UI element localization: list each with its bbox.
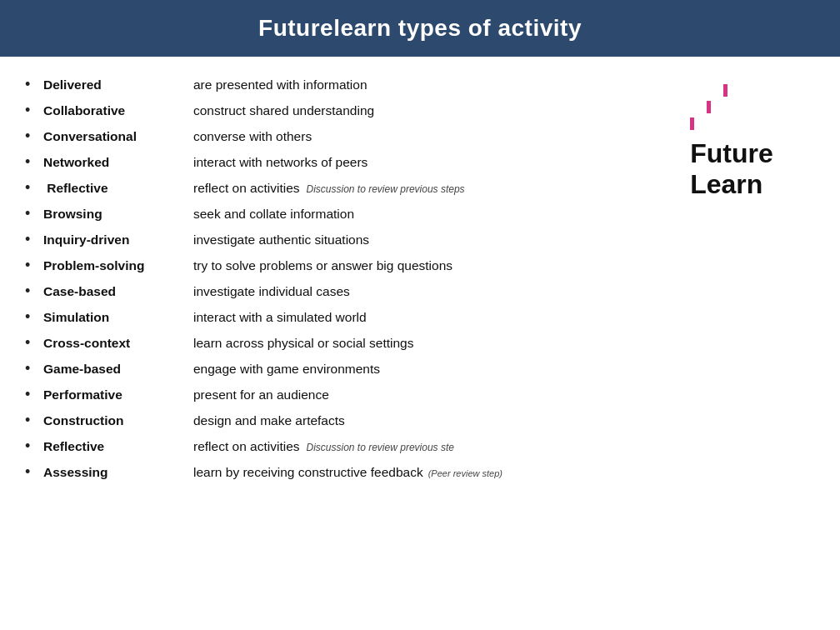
svg-rect-6 — [694, 118, 707, 130]
item-label: Reflective — [43, 439, 193, 454]
item-label: Assessing — [43, 465, 193, 480]
list-item: •Simulationinteract with a simulated wor… — [25, 304, 640, 330]
item-desc: present for an audience — [193, 388, 329, 402]
page-header: Futurelearn types of activity — [0, 0, 840, 57]
bullet-icon: • — [25, 257, 40, 274]
logo-section: Future Learn — [640, 72, 815, 485]
item-label: Simulation — [43, 310, 193, 325]
page-title: Futurelearn types of activity — [258, 15, 582, 41]
item-note: Discussion to review previous steps — [307, 183, 465, 195]
item-label: Reflective — [43, 181, 193, 196]
item-label: Delivered — [43, 78, 193, 92]
logo-line2: Learn — [690, 169, 773, 200]
item-desc: are presented with information — [193, 78, 368, 92]
item-label: Performative — [43, 388, 193, 402]
bullet-icon: • — [25, 282, 40, 300]
item-label: Construction — [43, 413, 193, 428]
bullet-icon: • — [25, 308, 40, 326]
staircase-icon — [690, 80, 748, 133]
list-item: •Case-basedinvestigate individual cases — [25, 278, 640, 304]
list-item: •Cross-contextlearn across physical or s… — [25, 330, 640, 356]
item-desc: seek and collate information — [193, 207, 354, 222]
svg-rect-8 — [728, 84, 740, 97]
logo-line1: Future — [690, 138, 773, 169]
svg-rect-7 — [711, 101, 723, 113]
svg-rect-5 — [723, 80, 740, 84]
item-desc: learn across physical or social settings — [193, 336, 413, 351]
item-note: Discussion to review previous ste — [307, 442, 454, 453]
item-note: (Peer review step) — [428, 468, 502, 478]
list-item: •Constructiondesign and make artefacts — [25, 408, 640, 433]
bullet-icon: • — [25, 438, 40, 455]
item-desc: investigate authentic situations — [193, 232, 369, 248]
list-item: •Conversationalconverse with others — [25, 123, 640, 149]
bullet-icon: • — [25, 179, 40, 197]
svg-rect-3 — [690, 113, 707, 118]
item-label: Browsing — [43, 207, 193, 222]
list-item: •Networkedinteract with networks of peer… — [25, 149, 640, 175]
list-item: •Problem-solvingtry to solve problems or… — [25, 252, 640, 278]
item-desc: construct shared understanding — [193, 103, 374, 118]
item-desc: interact with a simulated world — [193, 310, 367, 325]
item-desc: design and make artefacts — [193, 413, 345, 428]
item-label: Game-based — [43, 362, 193, 377]
list-item: •Browsingseek and collate information — [25, 201, 640, 227]
bullet-icon: • — [25, 334, 40, 352]
bullet-icon: • — [25, 463, 40, 481]
item-desc: engage with game environments — [193, 362, 380, 377]
list-item: •Inquiry-driveninvestigate authentic sit… — [25, 227, 640, 252]
bullet-icon: • — [25, 360, 40, 378]
futurelearn-logo: Future Learn — [690, 80, 773, 200]
bullet-icon: • — [25, 102, 40, 119]
item-label: Collaborative — [43, 103, 193, 118]
logo-text: Future Learn — [690, 138, 773, 200]
item-label: Case-based — [43, 284, 193, 299]
bullet-icon: • — [25, 128, 40, 145]
content-area: •Deliveredare presented with information… — [0, 57, 840, 500]
list-item: •Performativepresent for an audience — [25, 382, 640, 408]
item-desc: try to solve problems or answer big ques… — [193, 258, 452, 273]
list-item: •Reflectivereflect on activitiesDiscussi… — [25, 433, 640, 459]
item-label: Problem-solving — [43, 258, 193, 273]
bullet-icon: • — [25, 386, 40, 403]
item-desc: reflect on activities — [193, 439, 300, 454]
list-item: •Game-basedengage with game environments — [25, 356, 640, 382]
bullet-icon: • — [25, 205, 40, 222]
list-item: •Deliveredare presented with information — [25, 72, 640, 98]
item-label: Conversational — [43, 129, 193, 144]
list-item: •Assessinglearn by receiving constructiv… — [25, 459, 640, 485]
list-item: •Collaborativeconstruct shared understan… — [25, 98, 640, 123]
bullet-icon: • — [25, 231, 40, 248]
item-desc: converse with others — [193, 129, 312, 144]
page: Futurelearn types of activity •Delivered… — [0, 0, 840, 630]
item-desc: learn by receiving constructive feedback — [193, 465, 423, 480]
svg-rect-4 — [707, 97, 723, 101]
item-desc: reflect on activities — [193, 181, 300, 196]
bullet-icon: • — [25, 153, 40, 171]
item-desc: interact with networks of peers — [193, 155, 368, 170]
bullet-icon: • — [25, 412, 40, 429]
activity-list: •Deliveredare presented with information… — [25, 72, 640, 485]
item-desc: investigate individual cases — [193, 284, 350, 299]
bullet-icon: • — [25, 76, 40, 93]
item-label: Networked — [43, 155, 193, 170]
item-label: Inquiry-driven — [43, 232, 193, 248]
item-label: Cross-context — [43, 336, 193, 351]
list-item: • Reflectivereflect on activitiesDiscuss… — [25, 175, 640, 201]
